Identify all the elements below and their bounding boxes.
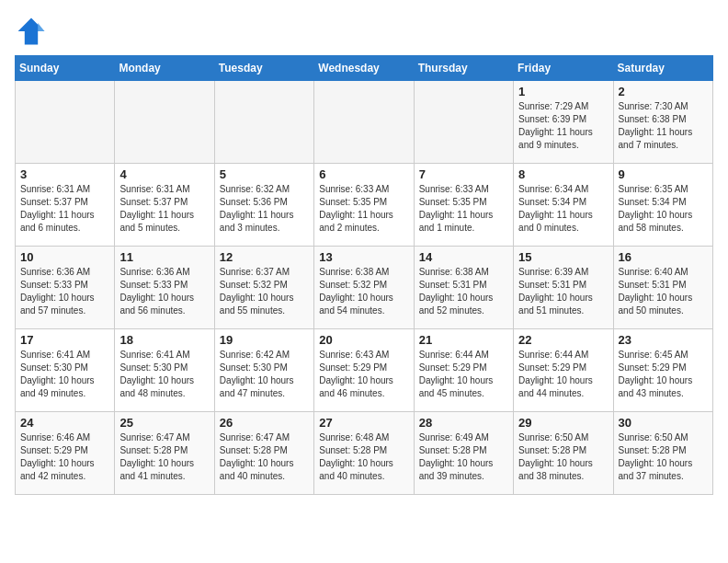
calendar-header-row: SundayMondayTuesdayWednesdayThursdayFrid…: [16, 56, 713, 81]
cell-info: Sunrise: 6:31 AM Sunset: 5:37 PM Dayligh…: [20, 183, 109, 235]
cell-info: Sunrise: 6:34 AM Sunset: 5:34 PM Dayligh…: [518, 183, 608, 235]
cell-info: Sunrise: 6:36 AM Sunset: 5:33 PM Dayligh…: [20, 266, 109, 317]
calendar-cell: 12Sunrise: 6:37 AM Sunset: 5:32 PM Dayli…: [214, 247, 313, 329]
day-number: 28: [419, 416, 508, 430]
calendar-day-header: Monday: [115, 56, 214, 81]
day-number: 19: [220, 333, 309, 347]
day-number: 12: [220, 250, 309, 264]
calendar-cell: 9Sunrise: 6:35 AM Sunset: 5:34 PM Daylig…: [613, 164, 712, 247]
calendar-cell: [115, 81, 214, 164]
day-number: 6: [319, 167, 408, 181]
calendar-week-row: 3Sunrise: 6:31 AM Sunset: 5:37 PM Daylig…: [16, 164, 713, 247]
day-number: 5: [220, 167, 309, 181]
calendar-day-header: Saturday: [613, 56, 712, 81]
calendar-week-row: 24Sunrise: 6:46 AM Sunset: 5:29 PM Dayli…: [16, 412, 713, 495]
calendar-cell: 2Sunrise: 7:30 AM Sunset: 6:38 PM Daylig…: [613, 81, 712, 164]
calendar-cell: 22Sunrise: 6:44 AM Sunset: 5:29 PM Dayli…: [514, 329, 613, 412]
day-number: 9: [619, 167, 708, 181]
day-number: 29: [518, 416, 608, 430]
logo: [15, 15, 51, 48]
day-number: 20: [319, 333, 408, 347]
calendar-cell: 13Sunrise: 6:38 AM Sunset: 5:32 PM Dayli…: [314, 247, 414, 329]
cell-info: Sunrise: 6:40 AM Sunset: 5:31 PM Dayligh…: [619, 266, 708, 317]
cell-info: Sunrise: 6:50 AM Sunset: 5:28 PM Dayligh…: [518, 431, 608, 483]
cell-info: Sunrise: 6:44 AM Sunset: 5:29 PM Dayligh…: [518, 349, 608, 400]
cell-info: Sunrise: 6:31 AM Sunset: 5:37 PM Dayligh…: [119, 183, 209, 235]
cell-info: Sunrise: 6:45 AM Sunset: 5:29 PM Dayligh…: [619, 349, 708, 400]
calendar-cell: 18Sunrise: 6:41 AM Sunset: 5:30 PM Dayli…: [115, 329, 214, 412]
day-number: 11: [119, 250, 209, 264]
cell-info: Sunrise: 7:29 AM Sunset: 6:39 PM Dayligh…: [518, 100, 608, 152]
cell-info: Sunrise: 6:32 AM Sunset: 5:36 PM Dayligh…: [220, 183, 309, 235]
day-number: 22: [518, 333, 608, 347]
cell-info: Sunrise: 7:30 AM Sunset: 6:38 PM Dayligh…: [619, 100, 708, 152]
day-number: 27: [319, 416, 408, 430]
cell-info: Sunrise: 6:38 AM Sunset: 5:31 PM Dayligh…: [419, 266, 508, 317]
cell-info: Sunrise: 6:46 AM Sunset: 5:29 PM Dayligh…: [20, 431, 109, 483]
calendar-cell: 21Sunrise: 6:44 AM Sunset: 5:29 PM Dayli…: [414, 329, 513, 412]
day-number: 17: [20, 333, 109, 347]
calendar-cell: 20Sunrise: 6:43 AM Sunset: 5:29 PM Dayli…: [314, 329, 414, 412]
calendar-cell: 8Sunrise: 6:34 AM Sunset: 5:34 PM Daylig…: [514, 164, 613, 247]
calendar-cell: 17Sunrise: 6:41 AM Sunset: 5:30 PM Dayli…: [16, 329, 115, 412]
cell-info: Sunrise: 6:47 AM Sunset: 5:28 PM Dayligh…: [119, 431, 209, 483]
calendar-cell: 1Sunrise: 7:29 AM Sunset: 6:39 PM Daylig…: [514, 81, 613, 164]
day-number: 23: [619, 333, 708, 347]
calendar-week-row: 10Sunrise: 6:36 AM Sunset: 5:33 PM Dayli…: [16, 247, 713, 329]
day-number: 25: [119, 416, 209, 430]
cell-info: Sunrise: 6:50 AM Sunset: 5:28 PM Dayligh…: [619, 431, 708, 483]
day-number: 4: [119, 167, 209, 181]
day-number: 7: [419, 167, 508, 181]
day-number: 8: [518, 167, 608, 181]
day-number: 13: [319, 250, 408, 264]
cell-info: Sunrise: 6:37 AM Sunset: 5:32 PM Dayligh…: [220, 266, 309, 317]
cell-info: Sunrise: 6:41 AM Sunset: 5:30 PM Dayligh…: [119, 349, 209, 400]
day-number: 26: [220, 416, 309, 430]
calendar-cell: 28Sunrise: 6:49 AM Sunset: 5:28 PM Dayli…: [414, 412, 513, 495]
calendar-cell: 26Sunrise: 6:47 AM Sunset: 5:28 PM Dayli…: [214, 412, 313, 495]
header: [15, 15, 713, 48]
calendar-cell: 25Sunrise: 6:47 AM Sunset: 5:28 PM Dayli…: [115, 412, 214, 495]
calendar-cell: [414, 81, 513, 164]
day-number: 16: [619, 250, 708, 264]
calendar-cell: 7Sunrise: 6:33 AM Sunset: 5:35 PM Daylig…: [414, 164, 513, 247]
day-number: 10: [20, 250, 109, 264]
cell-info: Sunrise: 6:42 AM Sunset: 5:30 PM Dayligh…: [220, 349, 309, 400]
calendar-day-header: Tuesday: [214, 56, 313, 81]
calendar-cell: 23Sunrise: 6:45 AM Sunset: 5:29 PM Dayli…: [613, 329, 712, 412]
day-number: 14: [419, 250, 508, 264]
cell-info: Sunrise: 6:33 AM Sunset: 5:35 PM Dayligh…: [419, 183, 508, 235]
calendar-day-header: Wednesday: [314, 56, 414, 81]
calendar-cell: 29Sunrise: 6:50 AM Sunset: 5:28 PM Dayli…: [514, 412, 613, 495]
day-number: 18: [119, 333, 209, 347]
cell-info: Sunrise: 6:48 AM Sunset: 5:28 PM Dayligh…: [319, 431, 408, 483]
calendar-cell: 19Sunrise: 6:42 AM Sunset: 5:30 PM Dayli…: [214, 329, 313, 412]
calendar-cell: [16, 81, 115, 164]
calendar-cell: 14Sunrise: 6:38 AM Sunset: 5:31 PM Dayli…: [414, 247, 513, 329]
cell-info: Sunrise: 6:33 AM Sunset: 5:35 PM Dayligh…: [319, 183, 408, 235]
day-number: 2: [619, 85, 708, 98]
calendar-cell: 24Sunrise: 6:46 AM Sunset: 5:29 PM Dayli…: [16, 412, 115, 495]
day-number: 1: [518, 85, 608, 98]
cell-info: Sunrise: 6:44 AM Sunset: 5:29 PM Dayligh…: [419, 349, 508, 400]
cell-info: Sunrise: 6:47 AM Sunset: 5:28 PM Dayligh…: [220, 431, 309, 483]
calendar-cell: 3Sunrise: 6:31 AM Sunset: 5:37 PM Daylig…: [16, 164, 115, 247]
cell-info: Sunrise: 6:41 AM Sunset: 5:30 PM Dayligh…: [20, 349, 109, 400]
logo-icon: [15, 15, 48, 48]
svg-marker-1: [38, 23, 44, 31]
calendar-cell: 11Sunrise: 6:36 AM Sunset: 5:33 PM Dayli…: [115, 247, 214, 329]
calendar-cell: 5Sunrise: 6:32 AM Sunset: 5:36 PM Daylig…: [214, 164, 313, 247]
day-number: 3: [20, 167, 109, 181]
day-number: 15: [518, 250, 608, 264]
day-number: 30: [619, 416, 708, 430]
day-number: 24: [20, 416, 109, 430]
calendar-table: SundayMondayTuesdayWednesdayThursdayFrid…: [15, 55, 713, 495]
calendar-cell: [314, 81, 414, 164]
calendar-cell: 27Sunrise: 6:48 AM Sunset: 5:28 PM Dayli…: [314, 412, 414, 495]
calendar-cell: 4Sunrise: 6:31 AM Sunset: 5:37 PM Daylig…: [115, 164, 214, 247]
cell-info: Sunrise: 6:39 AM Sunset: 5:31 PM Dayligh…: [518, 266, 608, 317]
cell-info: Sunrise: 6:35 AM Sunset: 5:34 PM Dayligh…: [619, 183, 708, 235]
calendar-week-row: 1Sunrise: 7:29 AM Sunset: 6:39 PM Daylig…: [16, 81, 713, 164]
cell-info: Sunrise: 6:49 AM Sunset: 5:28 PM Dayligh…: [419, 431, 508, 483]
calendar-week-row: 17Sunrise: 6:41 AM Sunset: 5:30 PM Dayli…: [16, 329, 713, 412]
